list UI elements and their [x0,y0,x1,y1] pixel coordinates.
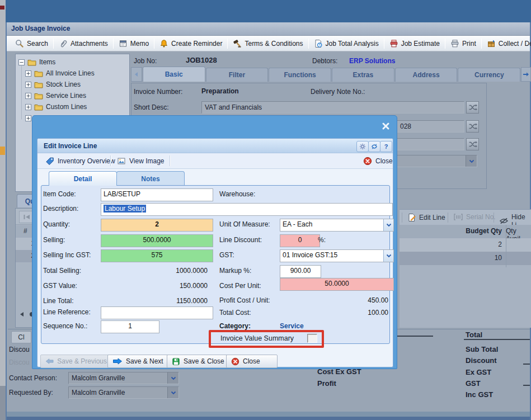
expand-icon[interactable] [25,115,31,121]
save-disk-icon [172,357,180,366]
profit-label: Profit [317,379,336,388]
cost-per-unit-input[interactable]: 50.0000 [280,278,394,291]
warehouse-label: Warehouse: [219,190,255,198]
grid-header-row[interactable]: Budget Qty Qty Avail [400,225,531,239]
selling-inc-gst-input[interactable]: 575 [101,249,213,262]
chevron-down-icon [386,254,392,258]
job-ref-lookup-button[interactable] [466,120,479,133]
save-close-button[interactable]: Save & Close [167,355,231,368]
dialog-settings-button[interactable] [356,141,369,152]
tree-item-all-invoice-lines[interactable]: All Invoice Lines [25,68,95,79]
dropdown-arrow-button[interactable] [167,372,178,384]
debtors-link[interactable]: ERP Solutions [349,57,395,65]
tab-notes[interactable]: Notes [116,171,185,186]
toolbar-separator [170,155,171,166]
save-previous-label: Save & Previous [57,357,107,365]
hidden-field-lookup-button[interactable] [466,138,479,150]
dialog-frame-close-button[interactable] [378,119,393,133]
quantity-input[interactable]: 2 [101,219,213,232]
gavel-icon [233,39,242,48]
description-selected-text: Labour Setup [104,205,146,213]
chevron-left-icon [134,72,139,77]
tree-item-items[interactable]: Items [18,56,55,68]
shuffle-icon [468,122,477,130]
print-button[interactable]: Print [445,37,481,50]
table-row[interactable]: 2 [400,238,531,252]
footer-button-partial[interactable]: Cl [11,331,31,343]
tab-scroll-right-button[interactable] [521,67,531,82]
line-discount-label: Line Discount: [219,236,262,244]
serial-no-button[interactable]: Serial No. [453,213,496,221]
dropdown-arrow-button[interactable] [167,387,178,398]
dropdown-arrow-button[interactable] [466,155,477,167]
line-discount-input[interactable]: 0 [280,234,320,247]
sequence-no-input[interactable]: 1 [101,320,159,333]
save-previous-button[interactable]: Save & Previous [40,355,112,368]
printer-red-icon [389,39,398,48]
serial-number-icon [453,213,463,221]
tree-item-label: Service Lines [46,92,86,100]
view-image-button[interactable]: View Image [115,155,166,167]
dialog-help-button[interactable]: ? [380,141,392,152]
expand-icon[interactable] [25,104,31,110]
short-desc-lookup-button[interactable] [466,101,479,114]
tab-basic[interactable]: Basic [143,67,205,82]
shuffle-icon [468,140,477,148]
requested-by-dropdown[interactable]: Malcolm Granville [68,386,179,399]
collapse-icon[interactable] [18,59,25,65]
invoice-value-summary-checkbox[interactable] [307,334,317,343]
description-label: Description: [43,205,78,213]
search-button[interactable]: Search [10,37,53,50]
requested-by-label: Requested By: [9,389,53,397]
paperclip-icon [59,39,68,48]
table-row[interactable]: 10 [400,252,531,265]
dialog-refresh-button[interactable] [368,141,380,152]
edit-line-button[interactable]: Edit Line [407,213,445,222]
expand-icon[interactable] [25,70,31,77]
inventory-overview-button[interactable]: Inventory Overview [43,155,118,167]
unit-of-measure-dropdown[interactable]: EA - Each [280,219,394,232]
tab-filter[interactable]: Filter [206,68,269,82]
tab-address[interactable]: Address [395,68,458,82]
job-estimate-button[interactable]: Job Estimate [384,37,445,50]
category-value: Service [280,322,304,330]
tab-functions[interactable]: Functions [269,68,331,82]
tree-item-stock-lines[interactable]: Stock Lines [25,79,81,90]
selling-input[interactable]: 500.0000 [101,234,213,247]
refresh-icon [371,143,378,150]
dialog-close-button[interactable]: Close [226,355,278,368]
description-input[interactable]: Labour Setup [101,203,393,216]
discount-total-label: Discount [466,356,497,365]
expand-icon[interactable] [25,93,31,99]
create-reminder-button[interactable]: Create Reminder [154,37,227,50]
tab-extras[interactable]: Extras [332,68,394,82]
terms-conditions-button[interactable]: Terms & Conditions [228,37,308,50]
memo-button[interactable]: Memo [114,37,154,50]
collect-deliver-button[interactable]: Collect / Deliver [482,37,531,50]
short-desc-input[interactable]: VAT and Financials [201,101,464,114]
attachments-button[interactable]: Attachments [54,37,113,50]
tree-item-service-lines[interactable]: Service Lines [25,90,86,101]
contact-person-dropdown[interactable]: Malcolm Granville [68,372,179,384]
job-total-analysis-button[interactable]: Job Total Analysis [309,37,384,50]
line-total-value: 1150.0000 [101,297,208,305]
line-reference-input[interactable] [101,306,213,319]
markup-input[interactable]: 900.00 [280,265,321,278]
save-next-button[interactable]: Save & Next [107,355,171,368]
sequence-no-label: Sequence No.: [43,322,87,330]
ex-gst-label: Ex GST [466,368,491,376]
first-record-icon [23,214,31,220]
grid-toolbar: Edit Line Serial No. Hide Li [400,209,531,226]
tab-currency[interactable]: Currency [458,68,520,82]
save-close-label: Save & Close [184,357,224,365]
dialog-close-toolbar-button[interactable]: Close [361,155,395,167]
tab-scroll-left-button[interactable] [131,67,142,82]
gst-dropdown[interactable]: 01 Invoice GST:15 [280,249,394,262]
dropdown-arrow-button[interactable] [383,219,393,231]
tab-detail[interactable]: Detail [49,171,117,186]
expand-icon[interactable] [25,82,31,88]
dropdown-arrow-button[interactable] [383,250,393,262]
scroll-left-icon[interactable] [19,312,25,317]
tree-item-custom-lines[interactable]: Custom Lines [25,101,87,112]
item-code-input[interactable]: LAB/SETUP [101,188,213,201]
